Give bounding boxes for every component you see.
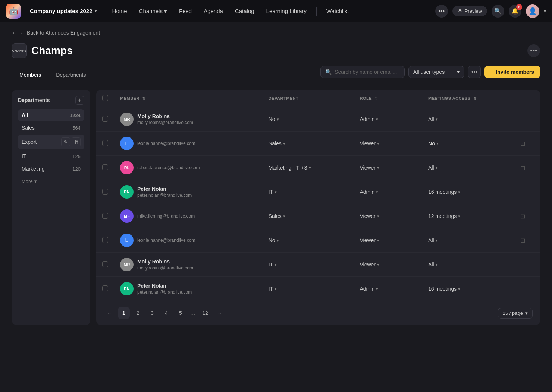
role-chevron-3[interactable]: ▾ bbox=[377, 165, 379, 170]
row-checkbox-6[interactable] bbox=[102, 237, 108, 243]
toolbar: 🔍 All user types ▾ ••• + Invite members bbox=[320, 66, 540, 82]
access-chevron-7[interactable]: ▾ bbox=[436, 262, 438, 267]
role-chevron-7[interactable]: ▾ bbox=[377, 262, 379, 267]
page-5-button[interactable]: 5 bbox=[175, 307, 186, 319]
sidebar-item-marketing[interactable]: Marketing 120 bbox=[18, 163, 84, 175]
app-title-button[interactable]: Company updates 2022 ▾ bbox=[27, 6, 100, 16]
nav-agenda[interactable]: Agenda bbox=[198, 6, 228, 16]
access-chevron-4[interactable]: ▾ bbox=[458, 190, 460, 195]
more-options-button[interactable]: ••• bbox=[435, 5, 448, 18]
back-link[interactable]: ← ← Back to Attendees Engagement bbox=[12, 30, 100, 36]
group-title-row: CHAMPS Champs bbox=[12, 43, 72, 58]
access-sort-icon[interactable]: ⇅ bbox=[473, 97, 477, 101]
table-body: MR Molly Robins molly.robins@brandlive.c… bbox=[96, 107, 540, 301]
delete-department-button[interactable]: 🗑 bbox=[72, 137, 81, 146]
user-type-select[interactable]: All user types ▾ bbox=[408, 66, 464, 78]
nav-watchlist[interactable]: Watchlist bbox=[321, 6, 354, 16]
dept-chevron-2[interactable]: ▾ bbox=[283, 141, 285, 146]
row-action-icon-5[interactable]: ⊡ bbox=[520, 213, 525, 219]
nav-channels[interactable]: Channels ▾ bbox=[134, 6, 172, 17]
group-more-button[interactable]: ••• bbox=[527, 44, 540, 57]
role-chevron-8[interactable]: ▾ bbox=[376, 287, 378, 291]
row-checkbox-8[interactable] bbox=[102, 285, 108, 291]
nav-feed[interactable]: Feed bbox=[174, 6, 197, 16]
role-chevron-2[interactable]: ▾ bbox=[377, 141, 379, 146]
access-chevron-1[interactable]: ▾ bbox=[436, 117, 438, 122]
access-chevron-6[interactable]: ▾ bbox=[436, 238, 438, 243]
sidebar-item-sales[interactable]: Sales 564 bbox=[18, 122, 84, 134]
prev-page-button[interactable]: ← bbox=[104, 307, 116, 319]
row-checkbox-4[interactable] bbox=[102, 189, 108, 195]
more-departments-button[interactable]: More ▾ bbox=[18, 176, 41, 186]
access-value-5: 12 meetings bbox=[428, 213, 457, 219]
access-value-8: 16 meetings bbox=[428, 286, 457, 292]
member-info-3: robert.laurence@brandlive.com bbox=[137, 165, 200, 170]
invite-members-button[interactable]: + Invite members bbox=[484, 66, 540, 78]
page-1-button[interactable]: 1 bbox=[118, 307, 130, 319]
role-sort-icon[interactable]: ⇅ bbox=[375, 97, 378, 101]
dept-chevron-6[interactable]: ▾ bbox=[277, 238, 279, 243]
member-email-1: molly.robins@brandlive.com bbox=[137, 120, 193, 125]
user-menu-chevron[interactable]: ▾ bbox=[544, 9, 546, 14]
dept-value-3: Marketing, IT, +3 bbox=[269, 165, 307, 171]
search-button[interactable]: 🔍 bbox=[492, 5, 504, 18]
next-page-button[interactable]: → bbox=[213, 307, 225, 319]
sidebar-item-all[interactable]: All 1224 bbox=[18, 109, 84, 121]
page-last-button[interactable]: 12 bbox=[199, 307, 211, 319]
access-chevron-5[interactable]: ▾ bbox=[458, 214, 460, 219]
dept-chevron-7[interactable]: ▾ bbox=[275, 262, 277, 267]
dept-chevron-5[interactable]: ▾ bbox=[283, 214, 285, 219]
row-action-icon-3[interactable]: ⊡ bbox=[520, 165, 525, 171]
dept-chevron-8[interactable]: ▾ bbox=[275, 287, 277, 291]
select-all-checkbox[interactable] bbox=[102, 95, 108, 101]
dept-cell-2: Sales ▾ bbox=[263, 132, 354, 156]
table-header-row: MEMBER ⇅ DEPARTMENT ROLE ⇅ MEETINGS ACCE… bbox=[96, 90, 540, 107]
access-chevron-8[interactable]: ▾ bbox=[458, 287, 460, 291]
edit-department-button[interactable]: ✎ bbox=[61, 137, 70, 146]
page-3-button[interactable]: 3 bbox=[146, 307, 158, 319]
table-row: L leonie.hanne@brandlive.com No ▾ Viewer bbox=[96, 228, 540, 253]
role-chevron-1[interactable]: ▾ bbox=[376, 117, 378, 122]
dept-chevron-1[interactable]: ▾ bbox=[277, 117, 279, 122]
search-input[interactable] bbox=[335, 69, 400, 75]
access-chevron-3[interactable]: ▾ bbox=[436, 165, 438, 170]
user-avatar[interactable]: 👤 bbox=[526, 4, 539, 18]
toolbar-more-button[interactable]: ••• bbox=[468, 66, 481, 78]
row-checkbox-1[interactable] bbox=[102, 116, 108, 122]
member-email-6: leonie.hanne@brandlive.com bbox=[137, 238, 195, 243]
tab-departments[interactable]: Departments bbox=[48, 68, 93, 82]
member-sort-icon[interactable]: ⇅ bbox=[142, 97, 145, 101]
role-chevron-5[interactable]: ▾ bbox=[377, 214, 379, 219]
row-checkbox-7[interactable] bbox=[102, 261, 108, 267]
nav-catalog[interactable]: Catalog bbox=[230, 6, 260, 16]
dept-chevron-3[interactable]: ▾ bbox=[309, 165, 311, 170]
member-info-8: Peter Nolan peter.nolan@brandlive.com bbox=[137, 283, 192, 295]
row-action-icon-6[interactable]: ⊡ bbox=[520, 237, 525, 244]
page-size-select[interactable]: 15 / page ▾ bbox=[498, 308, 533, 319]
row-action-icon-2[interactable]: ⊡ bbox=[520, 140, 525, 147]
role-chevron-4[interactable]: ▾ bbox=[376, 190, 378, 195]
trash-icon: 🗑 bbox=[74, 139, 79, 145]
add-department-button[interactable]: + bbox=[75, 96, 84, 105]
tab-members[interactable]: Members bbox=[12, 68, 48, 82]
sidebar-item-it[interactable]: IT 125 bbox=[18, 150, 84, 162]
member-email-8: peter.nolan@brandlive.com bbox=[137, 290, 192, 295]
dept-chevron-4[interactable]: ▾ bbox=[275, 190, 277, 195]
row-checkbox-cell bbox=[96, 228, 114, 253]
nav-home[interactable]: Home bbox=[107, 6, 132, 16]
row-checkbox-3[interactable] bbox=[102, 164, 108, 170]
row-checkbox-5[interactable] bbox=[102, 213, 108, 219]
nav-learning-library[interactable]: Learning Library bbox=[261, 6, 312, 16]
sidebar-item-export[interactable]: Export ✎ 🗑 bbox=[18, 135, 84, 149]
row-checkbox-2[interactable] bbox=[102, 140, 108, 146]
dept-cell-7: IT ▾ bbox=[263, 253, 354, 277]
chevron-down-icon: ▾ bbox=[34, 178, 37, 184]
th-department: DEPARTMENT bbox=[263, 90, 354, 107]
page-4-button[interactable]: 4 bbox=[160, 307, 172, 319]
access-chevron-2[interactable]: ▾ bbox=[436, 141, 439, 146]
page-2-button[interactable]: 2 bbox=[132, 307, 144, 319]
role-chevron-6[interactable]: ▾ bbox=[377, 238, 379, 243]
notifications-button[interactable]: 🔔 2 bbox=[509, 5, 521, 18]
avatar-initials: RL bbox=[124, 165, 130, 170]
preview-button[interactable]: 👁 Preview bbox=[452, 6, 487, 16]
